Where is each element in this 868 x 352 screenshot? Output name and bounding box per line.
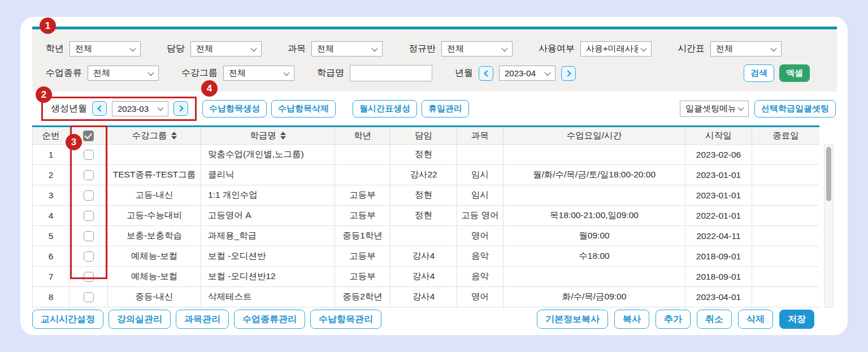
row-checkbox[interactable]: [84, 231, 94, 241]
timetable-select[interactable]: 전체: [710, 41, 782, 57]
cell-teacher: 정현: [390, 145, 457, 165]
create-fee-items-button[interactable]: 수납항목생성: [202, 100, 267, 118]
cell-checkbox: [70, 226, 108, 246]
table-row[interactable]: 4 고등-수능대비 고등영어 A 고등부 정현 고등 영어 목18:00-21:…: [33, 206, 820, 226]
cell-teacher: [390, 226, 457, 246]
filter-actions: 검색 엑셀: [744, 64, 810, 82]
class-type-select[interactable]: 전체: [88, 66, 159, 81]
row-checkbox[interactable]: [84, 292, 94, 302]
timetable-label: 시간표: [678, 43, 705, 55]
subject-management-button[interactable]: 과목관리: [176, 310, 229, 329]
chevron-right-icon: [177, 105, 183, 111]
row-checkbox[interactable]: [84, 211, 94, 221]
cancel-button[interactable]: 취소: [697, 310, 732, 329]
cell-checkbox: [70, 165, 108, 185]
cell-start-date: 2018-09-01: [685, 267, 752, 287]
annotation-badge-3: 3: [66, 134, 82, 150]
cell-no: 4: [33, 206, 70, 226]
class-type-management-button[interactable]: 수업종류관리: [234, 310, 305, 329]
regular-class-select[interactable]: 전체: [441, 41, 513, 57]
filter-grade: 학년 전체: [46, 41, 141, 57]
batch-settings-menu-select[interactable]: 일괄셋팅메뉴: [680, 101, 749, 117]
cell-schedule: [504, 185, 685, 206]
header-start-date: 시작일: [685, 127, 752, 145]
cell-class-name: 보컬 -오디션반12: [201, 267, 335, 287]
cell-grade: [335, 165, 390, 185]
table-row[interactable]: 1 맞춤수업(개인별,노그룹) 정현 2023-02-06: [33, 145, 820, 165]
copy-basic-info-button[interactable]: 기본정보복사: [537, 310, 608, 329]
subject-select[interactable]: 전체: [311, 41, 383, 57]
chevron-down-icon: [129, 45, 136, 51]
cell-schedule: 화/수/목/금09:00: [504, 287, 685, 307]
filter-usage: 사용여부 사용+미래사용: [539, 41, 652, 57]
header-class-name-label: 학급명: [250, 130, 276, 142]
generation-month-label: 생성년월: [51, 103, 87, 115]
manager-select[interactable]: 전체: [190, 41, 262, 57]
fee-item-management-button[interactable]: 수납항목관리: [310, 310, 381, 329]
search-button[interactable]: 검색: [744, 64, 774, 82]
header-teacher: 담임: [390, 127, 457, 145]
save-button[interactable]: 저장: [779, 310, 814, 329]
row-checkbox[interactable]: [84, 272, 94, 282]
batch-apply-selected-button[interactable]: 선택학급일괄셋팅: [754, 100, 836, 118]
table-row[interactable]: 2 TEST종류-TEST그룹 클리닉 강사22 임시 월/화/수/목/금/토/…: [33, 165, 820, 185]
cell-subject: 영어: [457, 287, 504, 307]
filter-section: 학년 전체 담당 전체 과목 전체: [32, 29, 837, 92]
row-checkbox[interactable]: [84, 251, 94, 262]
cell-start-date: 2023-02-06: [685, 145, 752, 165]
prev-month-button[interactable]: [479, 66, 493, 81]
course-group-select[interactable]: 전체: [223, 66, 294, 81]
generation-next-month-button[interactable]: [173, 101, 188, 116]
period-time-settings-button[interactable]: 교시시간설정: [32, 310, 103, 329]
cell-start-date: 2022-01-01: [685, 206, 752, 226]
cell-grade: 고등부: [335, 206, 390, 226]
generation-buttons: 수납항목생성 수납항목삭제 월시간표생성 휴일관리: [202, 100, 469, 118]
delete-button[interactable]: 삭제: [738, 310, 773, 329]
holiday-management-button[interactable]: 휴일관리: [422, 100, 469, 118]
manager-select-value: 전체: [196, 44, 213, 54]
table-row[interactable]: 3 고등-내신 1:1 개인수업 고등부 정현 임시 2023-01-01: [33, 185, 820, 206]
filter-class-type: 수업종류 전체: [46, 66, 159, 81]
add-button[interactable]: 추가: [656, 310, 691, 329]
grade-select[interactable]: 전체: [70, 41, 141, 57]
row-checkbox[interactable]: [84, 150, 94, 160]
row-checkbox[interactable]: [84, 170, 94, 180]
monthly-timetable-button[interactable]: 월시간표생성: [353, 100, 417, 118]
cell-group: 예체능-보컬: [108, 246, 201, 267]
cell-teacher: 강사4: [390, 246, 457, 267]
excel-button[interactable]: 엑셀: [779, 64, 810, 82]
next-month-button[interactable]: [561, 66, 576, 81]
cell-checkbox: [70, 246, 108, 267]
row-checkbox[interactable]: [84, 190, 94, 201]
chevron-down-icon: [147, 69, 154, 75]
generation-month-select[interactable]: 2023-03: [112, 101, 168, 116]
class-name-input[interactable]: [350, 65, 432, 81]
table-row[interactable]: 6 예체능-보컬 보컬 -오디션반 고등부 강사4 음악 수18:00 2018…: [33, 246, 820, 267]
copy-button[interactable]: 복사: [614, 310, 649, 329]
cell-schedule: 수18:00: [504, 246, 685, 267]
cell-class-name: 고등영어 A: [201, 206, 335, 226]
classroom-management-button[interactable]: 강의실관리: [108, 310, 171, 329]
cell-class-name: 클리닉: [201, 165, 335, 185]
delete-fee-items-button[interactable]: 수납항목삭제: [271, 100, 336, 118]
cell-subject: 임시: [457, 165, 504, 185]
table-scrollbar[interactable]: [824, 144, 834, 308]
table-row[interactable]: 5 보충-보충학습 과제용_학급 중등1학년 영어 월09:00 2022-04…: [33, 226, 820, 246]
usage-select[interactable]: 사용+미래사용: [580, 41, 652, 57]
header-no: 순번: [33, 127, 70, 145]
timetable-select-value: 전체: [716, 44, 733, 54]
chevron-down-icon: [371, 45, 377, 51]
annotation-badge-4: 4: [201, 80, 218, 97]
annotation-badge-1: 1: [40, 18, 56, 34]
header-class-name[interactable]: 학급명: [201, 127, 335, 145]
cell-group: 중등-내신: [108, 287, 201, 307]
generation-month-select-value: 2023-03: [118, 104, 149, 114]
select-all-checkbox[interactable]: [83, 131, 94, 141]
scrollbar-thumb[interactable]: [826, 147, 831, 201]
table-row[interactable]: 8 중등-내신 삭제테스트 중등2학년 강사4 영어 화/수/목/금09:00 …: [33, 287, 820, 307]
generation-prev-month-button[interactable]: [92, 101, 107, 116]
year-month-select[interactable]: 2023-04: [499, 66, 555, 81]
table-row[interactable]: 7 예체능-보컬 보컬 -오디션반12 고등부 강사4 음악 2018-09-0…: [33, 267, 820, 287]
header-group[interactable]: 수강그룹: [108, 127, 201, 145]
cell-group: 고등-수능대비: [108, 206, 201, 226]
